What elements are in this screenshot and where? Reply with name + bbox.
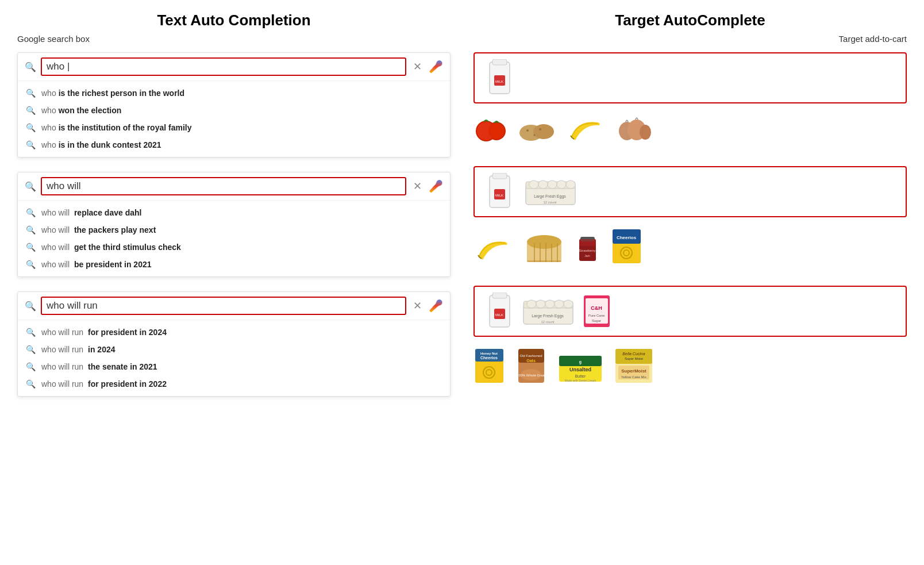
svg-text:Large Fresh Eggs: Large Fresh Eggs xyxy=(534,194,566,199)
suggestion-search-icon: 🔍 xyxy=(26,328,36,337)
clear-icon-1[interactable]: ✕ xyxy=(413,60,422,73)
target-block-1: MILK xyxy=(473,52,907,149)
search-icon-1: 🔍 xyxy=(25,62,36,72)
suggestion-item[interactable]: 🔍 who won the election xyxy=(18,102,450,119)
svg-text:Cheerios: Cheerios xyxy=(480,356,498,360)
svg-text:Sugar: Sugar xyxy=(592,319,601,322)
svg-text:SuperMoist: SuperMoist xyxy=(621,368,646,374)
search-input-2[interactable] xyxy=(41,177,406,195)
svg-point-12 xyxy=(539,128,541,130)
target-selected-row-2: MILK Large Fresh Eggs 12 count xyxy=(473,166,907,217)
product-butter[interactable]: g Unsalted Butter Made with Sweet Cream xyxy=(557,353,603,385)
svg-text:Large Fresh Eggs: Large Fresh Eggs xyxy=(532,314,564,318)
suggestion-search-icon: 🔍 xyxy=(26,140,36,149)
product-oats[interactable]: Old Fashioned Oats 100% Whole Grain xyxy=(515,347,547,385)
product-jam[interactable]: Strawberry Jam xyxy=(575,228,600,265)
svg-point-23 xyxy=(538,180,548,189)
svg-text:MILK: MILK xyxy=(495,194,503,197)
svg-text:Unsalted: Unsalted xyxy=(569,367,591,372)
mic-icon-2[interactable]: 🎤 xyxy=(429,179,443,193)
product-cake-mix[interactable]: Bella Cucina Super Moist SuperMoist Yell… xyxy=(614,347,654,385)
product-eggs-selected-3[interactable]: Large Fresh Eggs 12 count xyxy=(522,295,574,327)
svg-point-70 xyxy=(486,370,492,375)
svg-point-26 xyxy=(566,180,575,189)
svg-text:12 count: 12 count xyxy=(541,320,554,324)
svg-point-7 xyxy=(488,123,505,139)
mic-icon-1[interactable]: 🎤 xyxy=(429,60,443,74)
suggestion-item[interactable]: 🔍 who is the institution of the royal fa… xyxy=(18,119,450,136)
svg-text:Made with Sweet Cream: Made with Sweet Cream xyxy=(565,379,596,382)
search-widget-2: 🔍 ✕ 🎤 🔍 who will replace dave dahl 🔍 who… xyxy=(17,172,451,277)
suggestion-item[interactable]: 🔍 who is the richest person in the world xyxy=(18,84,450,102)
suggestion-item[interactable]: 🔍 who will run in 2024 xyxy=(18,341,450,358)
svg-point-15 xyxy=(640,125,651,140)
svg-point-25 xyxy=(557,180,566,189)
svg-point-11 xyxy=(534,134,536,136)
product-bread[interactable] xyxy=(524,230,564,265)
product-honey-cheerios[interactable]: Honey Nut Cheerios xyxy=(473,347,505,385)
svg-point-9 xyxy=(533,124,554,139)
left-column: Text Auto Completion Google search box 🔍… xyxy=(17,11,462,411)
search-input-3[interactable] xyxy=(41,297,406,315)
suggestion-search-icon: 🔍 xyxy=(26,260,36,269)
svg-text:Super Moist: Super Moist xyxy=(625,357,643,360)
suggestion-list-1: 🔍 who is the richest person in the world… xyxy=(18,81,450,157)
svg-point-10 xyxy=(526,129,529,132)
suggestion-search-icon: 🔍 xyxy=(26,243,36,252)
product-potato[interactable] xyxy=(518,117,556,145)
search-input-row-2: 🔍 ✕ 🎤 xyxy=(18,172,450,201)
search-input-1[interactable] xyxy=(41,57,406,76)
product-banana-2[interactable] xyxy=(473,233,514,265)
target-selected-row-3: MILK Large Fresh Eggs 12 count xyxy=(473,286,907,337)
product-milk-selected-3[interactable]: MILK xyxy=(484,293,515,330)
product-cheerios[interactable]: Cheerios xyxy=(611,228,642,265)
suggestion-item[interactable]: 🔍 who will replace dave dahl xyxy=(18,204,450,221)
product-banana[interactable] xyxy=(566,114,606,145)
target-suggestions-row-3: Honey Nut Cheerios Old Fashioned Oats 10… xyxy=(473,344,907,388)
suggestion-item[interactable]: 🔍 who will get the third stimulus check xyxy=(18,239,450,256)
left-label: Google search box xyxy=(17,34,451,44)
svg-text:C&H: C&H xyxy=(591,305,602,311)
svg-text:MILK: MILK xyxy=(495,80,503,83)
suggestion-item[interactable]: 🔍 who will run for president in 2024 xyxy=(18,324,450,341)
svg-point-22 xyxy=(529,180,538,189)
search-input-row-3: 🔍 ✕ 🎤 xyxy=(18,292,450,320)
clear-icon-2[interactable]: ✕ xyxy=(413,180,422,193)
search-icon-3: 🔍 xyxy=(25,301,36,312)
svg-rect-41 xyxy=(579,239,596,246)
right-column: Target AutoComplete Target add-to-cart M… xyxy=(462,11,907,411)
suggestion-search-icon: 🔍 xyxy=(26,379,36,389)
suggestion-search-icon: 🔍 xyxy=(26,106,36,115)
target-selected-row-1: MILK xyxy=(473,52,907,103)
svg-point-24 xyxy=(548,180,557,189)
suggestion-item[interactable]: 🔍 who will be president in 2021 xyxy=(18,256,450,273)
product-milk-selected-2[interactable]: MILK xyxy=(484,173,515,210)
search-icon-2: 🔍 xyxy=(25,181,36,192)
svg-text:Jam: Jam xyxy=(584,254,590,257)
svg-text:Pure Cane: Pure Cane xyxy=(588,314,605,317)
svg-text:100% Whole Grain: 100% Whole Grain xyxy=(517,374,545,377)
product-tomato[interactable] xyxy=(473,114,508,145)
svg-point-54 xyxy=(536,300,545,308)
svg-text:Oats: Oats xyxy=(526,359,536,363)
suggestion-list-2: 🔍 who will replace dave dahl 🔍 who will … xyxy=(18,201,450,276)
svg-text:Honey Nut: Honey Nut xyxy=(480,352,498,355)
mic-icon-3[interactable]: 🎤 xyxy=(429,299,443,313)
svg-rect-48 xyxy=(492,293,507,298)
svg-text:Old Fashioned: Old Fashioned xyxy=(519,354,542,358)
product-onion[interactable] xyxy=(617,114,651,145)
right-title: Target AutoComplete xyxy=(473,11,907,29)
svg-text:MILK: MILK xyxy=(495,313,503,317)
suggestion-item[interactable]: 🔍 who will the packers play next xyxy=(18,221,450,239)
product-eggs-selected[interactable]: Large Fresh Eggs 12 count xyxy=(525,176,576,207)
clear-icon-3[interactable]: ✕ xyxy=(413,299,422,312)
suggestion-item[interactable]: 🔍 who will run the senate in 2021 xyxy=(18,358,450,375)
suggestion-search-icon: 🔍 xyxy=(26,345,36,354)
svg-text:Cheerios: Cheerios xyxy=(617,235,637,240)
product-sugar-selected[interactable]: C&H Pure Cane Sugar xyxy=(581,293,613,330)
suggestion-search-icon: 🔍 xyxy=(26,362,36,371)
svg-text:Strawberry: Strawberry xyxy=(579,249,595,252)
product-milk-selected[interactable]: MILK xyxy=(484,59,515,97)
suggestion-item[interactable]: 🔍 who will run for president in 2022 xyxy=(18,375,450,393)
suggestion-item[interactable]: 🔍 who is in the dunk contest 2021 xyxy=(18,136,450,153)
